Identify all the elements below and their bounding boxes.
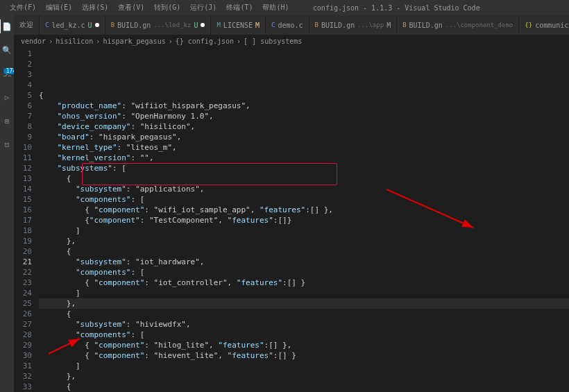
editor-tab[interactable]: {}communication.jsc [519, 15, 569, 35]
code-line[interactable]: { "component": "iot_controller", "featur… [39, 278, 569, 288]
line-number: 33 [14, 382, 32, 392]
breadcrumb-segment[interactable]: vendor [21, 37, 46, 45]
code-line[interactable]: "device_company": "hisilicon", [39, 121, 569, 132]
code-line[interactable]: "subsystem": "applications", [39, 184, 569, 194]
tab-label: communication.jsc [535, 22, 569, 29]
code-line[interactable]: "kernel_version": "", [39, 153, 569, 163]
line-number: 23 [14, 278, 32, 288]
tab-label: demo.c [278, 22, 303, 29]
line-number: 28 [14, 330, 32, 340]
code-line[interactable]: { "component": "hievent_lite", "features… [39, 350, 569, 361]
code-line[interactable]: { "component": "hilog_lite", "features":… [39, 340, 569, 350]
line-number: 32 [14, 371, 32, 382]
code-line[interactable]: { "component": "wifi_iot_sample_app", "f… [39, 205, 569, 215]
line-number: 6 [14, 101, 32, 111]
editor-tab[interactable]: 欢迎 [14, 15, 40, 35]
code-line[interactable]: }, [39, 236, 569, 246]
line-number: 22 [14, 267, 32, 278]
menu-item[interactable]: 选择(S) [78, 1, 112, 14]
line-number: 3 [14, 69, 32, 80]
code-editor[interactable]: 1234567891011121314151617181920212223242… [14, 47, 569, 392]
code-line[interactable]: "components": [ [39, 267, 569, 278]
modified-dot-icon [201, 23, 205, 27]
line-number: 2 [14, 59, 32, 69]
editor-tab[interactable]: BBUILD.gn...\led_kzU [105, 15, 212, 35]
line-number: 25 [14, 298, 32, 309]
tab-label: 欢迎 [19, 20, 33, 30]
breadcrumb-segment[interactable]: {} config.json [176, 37, 234, 45]
line-number: 29 [14, 340, 32, 350]
code-line[interactable]: { [39, 309, 569, 319]
titlebar: 文件(F)编辑(E)选择(S)查看(V)转到(G)运行(J)终端(T)帮助(H)… [0, 0, 569, 15]
breadcrumb-segment[interactable]: hisilicon [56, 37, 93, 45]
line-gutter: 1234567891011121314151617181920212223242… [14, 47, 39, 392]
remote-icon[interactable]: ⊡ [0, 137, 14, 151]
tab-label: BUILD.gn [117, 22, 151, 29]
line-number: 10 [14, 142, 32, 153]
code-line[interactable]: ] [39, 288, 569, 298]
file-icon: {} [525, 22, 532, 28]
tab-label: BUILD.gn [409, 22, 443, 29]
tab-bar: 欢迎Cled_kz.cUBBUILD.gn...\led_kzUMLICENSE… [14, 15, 569, 35]
line-number: 14 [14, 184, 32, 194]
line-number: 17 [14, 215, 32, 225]
tab-label: BUILD.gn [321, 22, 355, 29]
code-line[interactable]: "product_name": "wifiiot_hispark_pegasus… [39, 101, 569, 111]
line-number: 5 [14, 90, 32, 101]
explorer-icon[interactable]: 📄 [0, 19, 13, 33]
code-line[interactable]: { [39, 246, 569, 257]
line-number: 12 [14, 163, 32, 173]
source-control-icon[interactable]: ⎇174 [0, 67, 14, 80]
code-line[interactable]: "kernel_type": "liteos_m", [39, 142, 569, 153]
code-line[interactable]: "components": [ [39, 194, 569, 205]
menu-item[interactable]: 帮助(H) [258, 1, 293, 14]
editor-tab[interactable]: BBUILD.gn...\appM [309, 15, 398, 35]
editor-tab[interactable]: Cdemo.c [266, 15, 309, 35]
line-number: 8 [14, 121, 32, 132]
code-line[interactable]: ] [39, 225, 569, 236]
menu-item[interactable]: 运行(J) [186, 1, 221, 14]
line-number: 18 [14, 225, 32, 236]
file-icon: B [402, 22, 406, 28]
breadcrumb-segment[interactable]: [ ] subsystems [244, 37, 302, 45]
editor-tab[interactable]: BBUILD.gn...\component_demo [397, 15, 519, 35]
code-line[interactable]: "ohos_version": "OpenHarmony 1.0", [39, 111, 569, 121]
breadcrumb[interactable]: vendor›hisilicon›hispark_pegasus›{} conf… [14, 35, 569, 47]
highlight-annotation [82, 163, 337, 185]
editor-tab[interactable]: MLICENSEM [211, 15, 266, 35]
line-number: 15 [14, 194, 32, 205]
code-content[interactable]: { "product_name": "wifiiot_hispark_pegas… [39, 47, 569, 392]
code-line[interactable]: }, [39, 371, 569, 382]
line-number: 1 [14, 49, 32, 59]
window-title: config.json - 1.1.3 - Visual Studio Code [294, 4, 500, 12]
code-line[interactable]: "subsystem": "hiviewdfx", [39, 319, 569, 330]
line-number: 9 [14, 132, 32, 142]
code-line[interactable]: "subsystem": "iot_hardware", [39, 257, 569, 267]
run-debug-icon[interactable]: ▷ [0, 90, 14, 104]
code-line[interactable]: { [39, 90, 569, 101]
extensions-icon[interactable]: ⊞ [0, 114, 14, 128]
file-icon: C [45, 22, 49, 28]
menu-item[interactable]: 转到(G) [150, 1, 185, 14]
search-icon[interactable]: 🔍 [0, 43, 14, 57]
tab-status: U [194, 22, 198, 29]
file-icon: B [315, 22, 319, 28]
editor-tab[interactable]: Cled_kz.cU [40, 15, 105, 35]
menu-item[interactable]: 编辑(E) [42, 1, 76, 14]
file-icon: B [111, 22, 114, 28]
line-number: 30 [14, 350, 32, 361]
tab-label: led_kz.c [51, 22, 85, 29]
line-number: 13 [14, 173, 32, 184]
breadcrumb-segment[interactable]: hispark_pegasus [103, 37, 165, 45]
code-line[interactable]: ] [39, 361, 569, 371]
menu-item[interactable]: 文件(F) [6, 1, 40, 14]
code-line[interactable]: "components": [ [39, 330, 569, 340]
code-line[interactable]: { [39, 382, 569, 392]
code-line[interactable]: {"component": "TestComponent", "features… [39, 215, 569, 225]
line-number: 31 [14, 361, 32, 371]
menu-item[interactable]: 查看(V) [114, 1, 148, 14]
file-icon: M [216, 22, 220, 28]
menu-item[interactable]: 终端(T) [222, 1, 257, 14]
code-line[interactable]: }, [39, 298, 569, 309]
code-line[interactable]: "board": "hispark_pegasus", [39, 132, 569, 142]
